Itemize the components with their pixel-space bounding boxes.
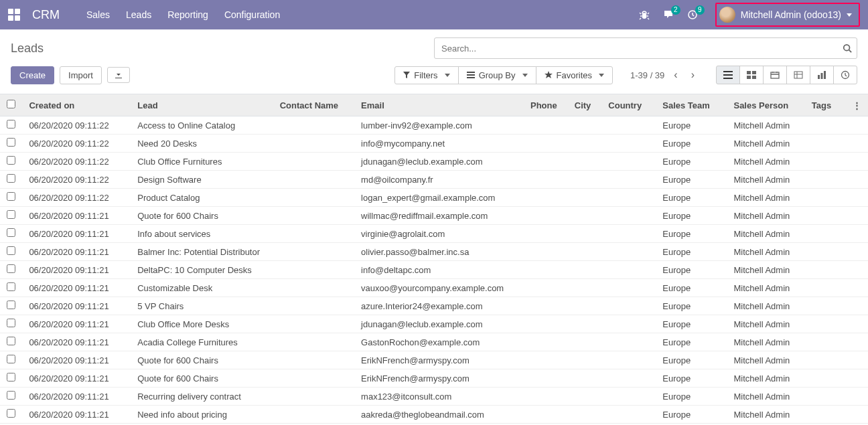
table-row[interactable]: 06/20/2020 09:11:21Recurring delivery co…	[0, 388, 868, 406]
row-checkbox[interactable]	[7, 391, 15, 400]
view-pivot[interactable]	[786, 66, 810, 84]
table-row[interactable]: 06/20/2020 09:11:22Club Office Furniture…	[0, 153, 868, 171]
nav-reporting[interactable]: Reporting	[167, 9, 208, 20]
row-checkbox[interactable]	[7, 138, 15, 147]
table-row[interactable]: 06/20/2020 09:11:21Need info about prici…	[0, 406, 868, 424]
cell-sales-team: Europe	[656, 116, 727, 135]
row-checkbox[interactable]	[7, 264, 15, 273]
cell-city	[568, 369, 602, 388]
table-row[interactable]: 06/20/2020 09:11:22Need 20 Desksinfo@myc…	[0, 135, 868, 153]
row-checkbox[interactable]	[7, 120, 15, 129]
row-checkbox[interactable]	[7, 409, 15, 418]
table-row[interactable]: 06/20/2020 09:11:22Access to Online Cata…	[0, 116, 868, 135]
row-checkbox[interactable]	[7, 174, 15, 183]
search-icon[interactable]	[843, 44, 852, 53]
table-row[interactable]: 06/20/2020 09:11:21Acadia College Furnit…	[0, 333, 868, 351]
table-row[interactable]: 06/20/2020 09:11:21Quote for 600 Chairsw…	[0, 207, 868, 225]
debug-icon[interactable]	[639, 9, 650, 20]
col-city[interactable]: City	[568, 94, 602, 116]
cell-contact-name	[273, 369, 354, 388]
table-row[interactable]: 06/20/2020 09:11:21Club Office More Desk…	[0, 315, 868, 333]
table-row[interactable]: 06/20/2020 09:11:21Quote for 600 ChairsE…	[0, 369, 868, 388]
cell-sales-person: Mitchell Admin	[727, 171, 804, 189]
cell-lead: Design Software	[131, 171, 273, 189]
cell-contact-name	[273, 135, 354, 153]
row-checkbox[interactable]	[7, 210, 15, 219]
table-row[interactable]: 06/20/2020 09:11:21DeltaPC: 10 Computer …	[0, 261, 868, 279]
view-list[interactable]	[716, 66, 740, 84]
cell-lead: Access to Online Catalog	[131, 116, 273, 135]
cell-country	[601, 279, 656, 297]
activity-icon[interactable]: 9	[687, 9, 698, 20]
pager-prev[interactable]: ‹	[670, 68, 681, 82]
view-activity[interactable]	[833, 66, 857, 84]
row-checkbox[interactable]	[7, 319, 15, 327]
cell-phone	[524, 279, 568, 297]
row-checkbox[interactable]	[7, 337, 15, 345]
row-checkbox[interactable]	[7, 228, 15, 237]
table-row[interactable]: 06/20/2020 09:11:21Info about servicesvi…	[0, 225, 868, 243]
cell-created-on: 06/20/2020 09:11:21	[22, 279, 131, 297]
groupby-button[interactable]: Group By	[458, 66, 536, 84]
cell-country	[601, 406, 656, 424]
row-checkbox[interactable]	[7, 301, 15, 309]
cell-city	[568, 406, 602, 424]
cell-sales-team: Europe	[656, 189, 727, 207]
table-row[interactable]: 06/20/2020 09:11:21Balmer Inc: Potential…	[0, 243, 868, 261]
table-row[interactable]: 06/20/2020 09:11:215 VP Chairsazure.Inte…	[0, 297, 868, 315]
col-email[interactable]: Email	[354, 94, 524, 116]
user-menu[interactable]: Mitchell Admin (odoo13)	[715, 3, 860, 27]
col-sales-person[interactable]: Sales Person	[727, 94, 804, 116]
create-button[interactable]: Create	[11, 66, 54, 84]
table-row[interactable]: 06/20/2020 09:11:22Design Softwaremd@oil…	[0, 171, 868, 189]
cell-created-on: 06/20/2020 09:11:21	[22, 297, 131, 315]
cell-tags	[805, 153, 846, 171]
row-checkbox[interactable]	[7, 192, 15, 201]
nav-configuration[interactable]: Configuration	[224, 9, 280, 20]
favorites-button[interactable]: Favorites	[536, 66, 613, 84]
cell-phone	[524, 116, 568, 135]
view-graph[interactable]	[810, 66, 834, 84]
row-checkbox[interactable]	[7, 246, 15, 255]
nav-sales[interactable]: Sales	[86, 9, 110, 20]
svg-rect-13	[771, 72, 779, 78]
col-phone[interactable]: Phone	[524, 94, 568, 116]
chat-icon[interactable]: 2	[663, 9, 674, 20]
import-button[interactable]: Import	[60, 66, 102, 84]
cell-sales-team: Europe	[656, 315, 727, 333]
row-checkbox[interactable]	[7, 373, 15, 381]
filters-button[interactable]: Filters	[394, 66, 458, 84]
pager-next[interactable]: ›	[687, 68, 699, 82]
table-row[interactable]: 06/20/2020 09:11:21Quote for 600 ChairsE…	[0, 351, 868, 369]
cell-email: virginie@agrolait.com	[354, 225, 524, 243]
view-calendar[interactable]	[763, 66, 787, 84]
row-checkbox[interactable]	[7, 282, 15, 291]
select-all-checkbox[interactable]	[7, 100, 15, 108]
table-row[interactable]: 06/20/2020 09:11:22Product Cataloglogan_…	[0, 189, 868, 207]
view-kanban[interactable]	[739, 66, 764, 84]
cell-phone	[524, 153, 568, 171]
table-row[interactable]: 06/20/2020 09:11:21Customizable Deskvaux…	[0, 279, 868, 297]
apps-icon[interactable]	[8, 9, 20, 21]
row-checkbox[interactable]	[7, 156, 15, 165]
cell-city	[568, 333, 602, 351]
cell-created-on: 06/20/2020 09:11:21	[22, 207, 131, 225]
cell-sales-team: Europe	[656, 261, 727, 279]
download-button[interactable]	[107, 67, 130, 83]
col-country[interactable]: Country	[601, 94, 656, 116]
nav-leads[interactable]: Leads	[126, 9, 151, 20]
col-contact-name[interactable]: Contact Name	[273, 94, 354, 116]
brand-title[interactable]: CRM	[32, 8, 60, 22]
search-input[interactable]	[434, 37, 857, 59]
row-checkbox[interactable]	[7, 355, 15, 363]
col-lead[interactable]: Lead	[131, 94, 273, 116]
col-sales-team[interactable]: Sales Team	[656, 94, 727, 116]
pager-text[interactable]: 1-39 / 39	[630, 70, 664, 80]
col-tags[interactable]: Tags	[805, 94, 846, 116]
cell-empty	[846, 243, 869, 261]
svg-rect-12	[752, 76, 756, 79]
cell-phone	[524, 388, 568, 406]
col-options[interactable]: ⋮	[846, 94, 869, 116]
download-icon	[115, 71, 123, 79]
col-created-on[interactable]: Created on	[22, 94, 131, 116]
